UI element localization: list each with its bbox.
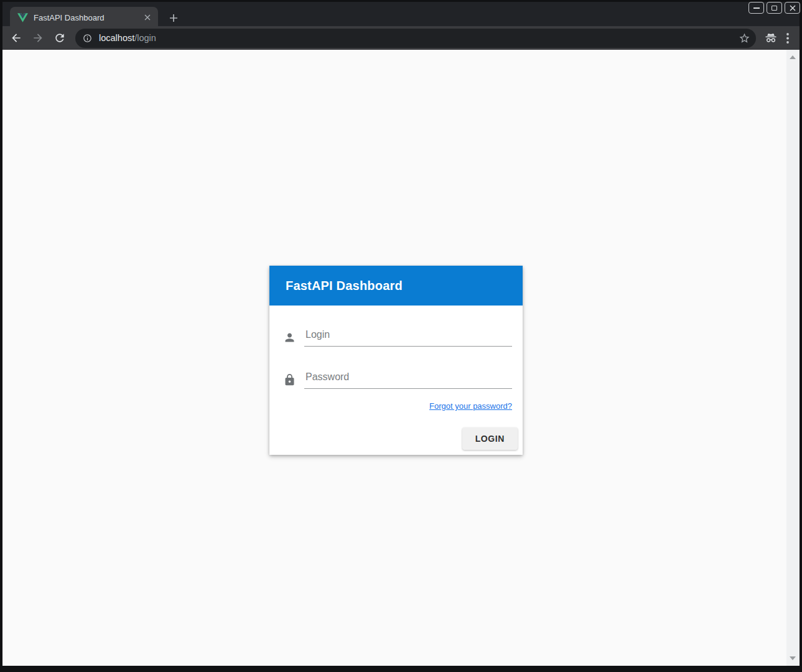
forward-arrow-icon (32, 32, 44, 44)
tab-title: FastAPI Dashboard (34, 13, 136, 22)
page-scrollbar[interactable] (786, 50, 800, 666)
login-card-body: Forgot your password? LOGIN (269, 329, 523, 455)
close-button[interactable] (785, 2, 800, 14)
address-bar[interactable]: localhost/login (75, 29, 756, 48)
tab-close-icon[interactable] (141, 12, 153, 24)
password-field-row (283, 371, 512, 389)
forgot-password-link[interactable]: Forgot your password? (429, 401, 512, 411)
back-arrow-icon (10, 32, 22, 44)
browser-menu-button[interactable] (783, 32, 792, 44)
login-card-header: FastAPI Dashboard (269, 266, 523, 306)
incognito-badge-icon (763, 31, 778, 45)
password-field-underline (304, 371, 512, 389)
site-info-icon[interactable] (83, 34, 92, 43)
scroll-up-arrow-icon[interactable] (790, 55, 796, 59)
tab-strip: FastAPI Dashboard (2, 2, 800, 26)
browser-toolbar: localhost/login (2, 26, 800, 50)
minimize-icon (753, 7, 760, 9)
login-button-row: LOGIN (283, 427, 518, 450)
login-button[interactable]: LOGIN (462, 427, 518, 450)
forgot-password-row: Forgot your password? (283, 400, 512, 411)
page-content: FastAPI Dashboard (2, 50, 800, 666)
login-input[interactable] (304, 329, 512, 346)
reload-icon (54, 32, 66, 44)
lock-icon (283, 373, 296, 386)
maximize-button[interactable] (767, 2, 782, 14)
login-card-title: FastAPI Dashboard (286, 279, 403, 293)
forward-button[interactable] (30, 30, 46, 46)
browser-window: FastAPI Dashboard (0, 0, 802, 672)
bookmark-star-icon[interactable] (739, 32, 750, 44)
password-input[interactable] (304, 371, 512, 388)
url-host: localhost (99, 33, 134, 43)
back-button[interactable] (8, 30, 24, 46)
window-controls (748, 2, 800, 14)
reload-button[interactable] (52, 30, 68, 46)
kebab-menu-icon (786, 33, 789, 44)
minimize-button[interactable] (748, 2, 764, 14)
login-field-row (283, 329, 512, 347)
person-icon (283, 331, 296, 344)
browser-tab[interactable]: FastAPI Dashboard (10, 7, 158, 28)
new-tab-button[interactable] (165, 10, 182, 26)
vue-logo-icon (17, 13, 28, 22)
url-text: localhost/login (99, 33, 739, 43)
scroll-down-arrow-icon[interactable] (790, 656, 796, 660)
login-card: FastAPI Dashboard (269, 266, 523, 455)
maximize-icon (772, 6, 777, 11)
close-icon (790, 5, 796, 11)
url-path: /login (134, 33, 156, 43)
login-field-underline (304, 329, 512, 347)
